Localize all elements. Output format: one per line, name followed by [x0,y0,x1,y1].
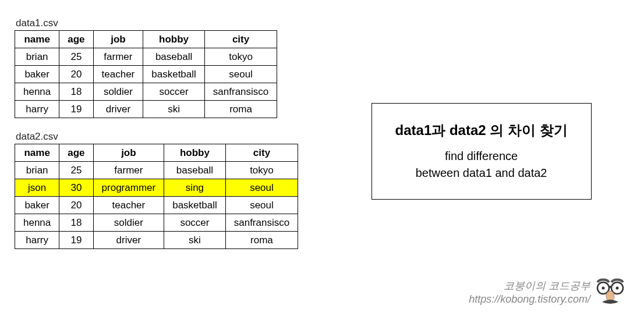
table-label: data1.csv [16,17,298,29]
tables-area: data1.csvnameagejobhobbycitybrian25farme… [15,17,298,262]
table-cell: harry [15,101,59,118]
table-cell: 19 [59,101,93,118]
table-cell: henna [15,83,59,101]
table-row: henna18soldiersoccersanfransisco [15,83,277,101]
column-header: age [59,144,93,162]
table-cell: harry [15,232,59,249]
table-cell: roma [204,101,277,118]
table-cell: basketball [164,197,226,214]
table-cell: seoul [225,179,298,197]
column-header: city [204,31,277,48]
table-cell: seoul [204,66,277,83]
table-cell: tokyo [225,162,298,179]
table-cell: basketball [143,66,205,83]
table-cell: driver [93,101,143,118]
table-cell: json [15,179,59,197]
info-title: data1과 data2 의 차이 찾기 [395,121,568,140]
watermark: 코붕이의 코드공부 https://kobong.tistory.com/ [469,278,627,306]
table-cell: sanfransisco [204,83,277,101]
column-header: city [225,144,298,162]
column-header: job [93,31,143,48]
table-cell: soccer [164,214,226,232]
table-row: brian25farmerbaseballtokyo [15,48,277,66]
table-cell: soldier [93,83,143,101]
table-cell: brian [15,48,59,66]
table-cell: teacher [93,197,164,214]
column-header: name [15,144,59,162]
table-cell: tokyo [204,48,277,66]
table-cell: programmer [93,179,164,197]
table-cell: sanfransisco [225,214,298,232]
column-header: job [93,144,164,162]
table-cell: farmer [93,48,143,66]
watermark-line1: 코붕이의 코드공부 [469,279,590,293]
table-header-row: nameagejobhobbycity [15,144,298,162]
table-cell: ski [143,101,205,118]
table-cell: baseball [164,162,226,179]
table-cell: brian [15,162,59,179]
info-box: data1과 data2 의 차이 찾기 find difference bet… [371,103,592,200]
data-table: nameagejobhobbycitybrian25farmerbaseball… [15,144,298,249]
table-cell: 20 [59,197,93,214]
column-header: hobby [164,144,226,162]
table-cell: henna [15,214,59,232]
table-cell: baseball [143,48,205,66]
table-cell: ski [164,232,226,249]
table-cell: seoul [225,197,298,214]
table-cell: soccer [143,83,205,101]
table-cell: 25 [59,48,93,66]
table-row: baker20teacherbasketballseoul [15,197,298,214]
table-cell: 25 [59,162,93,179]
svg-point-3 [616,287,619,290]
table-row: brian25farmerbaseballtokyo [15,162,298,179]
info-subtitle-2: between data1 and data2 [395,165,568,182]
watermark-line2: https://kobong.tistory.com/ [469,293,590,306]
table-cell: 30 [59,179,93,197]
info-subtitle-1: find difference [395,148,568,165]
column-header: name [15,31,59,48]
data-table: nameagejobhobbycitybrian25farmerbaseball… [15,30,277,118]
table-cell: 18 [59,214,93,232]
table-cell: 20 [59,66,93,83]
column-header: age [59,31,93,48]
table-row: json30programmersingseoul [15,179,298,197]
table-row: harry19driverskiroma [15,101,277,118]
table-cell: soldier [93,214,164,232]
table-row: henna18soldiersoccersanfransisco [15,214,298,232]
table-cell: teacher [93,66,143,83]
table-cell: 19 [59,232,93,249]
table-cell: farmer [93,162,164,179]
glasses-mascot-icon [594,278,627,306]
table-cell: baker [15,66,59,83]
table-cell: driver [93,232,164,249]
table-row: harry19driverskiroma [15,232,298,249]
table-cell: roma [225,232,298,249]
column-header: hobby [143,31,205,48]
table-label: data2.csv [16,131,298,143]
table-row: baker20teacherbasketballseoul [15,66,277,83]
table-cell: sing [164,179,226,197]
table-cell: baker [15,197,59,214]
table-cell: 18 [59,83,93,101]
svg-point-2 [602,287,605,290]
table-header-row: nameagejobhobbycity [15,31,277,48]
